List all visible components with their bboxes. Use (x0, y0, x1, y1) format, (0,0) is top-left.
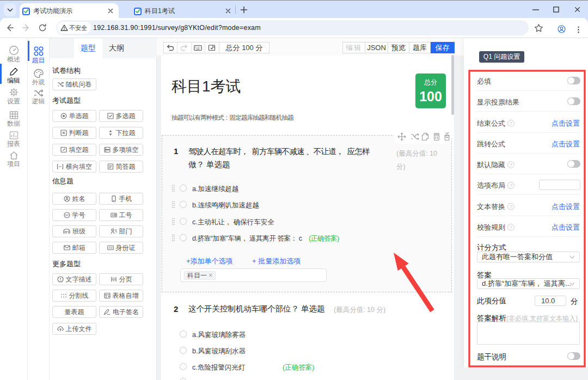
svg-text:NO: NO (65, 213, 69, 217)
svg-text:A3: A3 (108, 246, 112, 249)
